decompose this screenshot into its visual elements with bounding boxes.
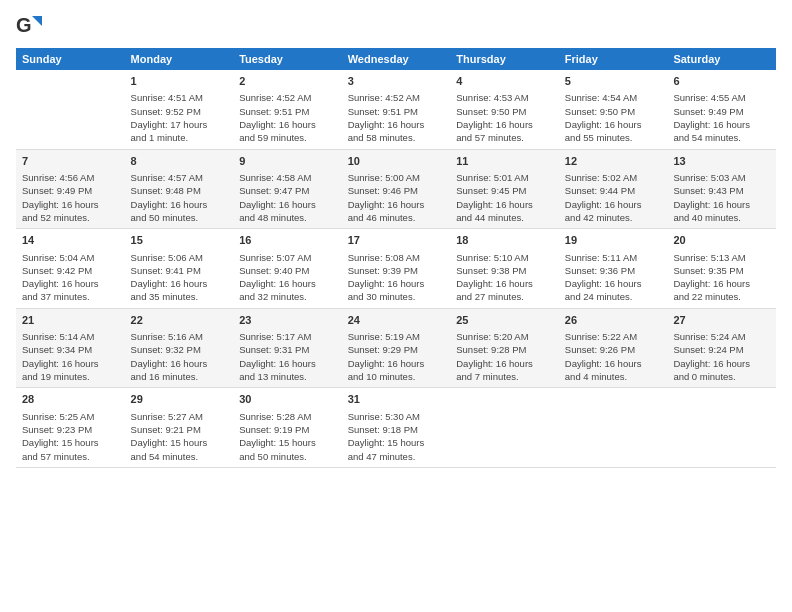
day-cell: 4Sunrise: 4:53 AM Sunset: 9:50 PM Daylig… — [450, 70, 559, 149]
day-number: 14 — [22, 233, 119, 248]
day-number: 6 — [673, 74, 770, 89]
day-info: Sunrise: 5:03 AM Sunset: 9:43 PM Dayligh… — [673, 172, 750, 223]
day-info: Sunrise: 4:54 AM Sunset: 9:50 PM Dayligh… — [565, 92, 642, 143]
day-info: Sunrise: 4:51 AM Sunset: 9:52 PM Dayligh… — [131, 92, 208, 143]
day-number: 18 — [456, 233, 553, 248]
day-number: 27 — [673, 313, 770, 328]
day-cell: 19Sunrise: 5:11 AM Sunset: 9:36 PM Dayli… — [559, 229, 668, 309]
day-info: Sunrise: 5:25 AM Sunset: 9:23 PM Dayligh… — [22, 411, 99, 462]
day-info: Sunrise: 5:24 AM Sunset: 9:24 PM Dayligh… — [673, 331, 750, 382]
day-number: 13 — [673, 154, 770, 169]
day-cell — [16, 70, 125, 149]
day-cell: 13Sunrise: 5:03 AM Sunset: 9:43 PM Dayli… — [667, 149, 776, 229]
svg-marker-1 — [32, 16, 42, 26]
col-header-saturday: Saturday — [667, 48, 776, 70]
day-info: Sunrise: 4:55 AM Sunset: 9:49 PM Dayligh… — [673, 92, 750, 143]
day-cell: 21Sunrise: 5:14 AM Sunset: 9:34 PM Dayli… — [16, 308, 125, 388]
day-cell: 25Sunrise: 5:20 AM Sunset: 9:28 PM Dayli… — [450, 308, 559, 388]
day-number: 30 — [239, 392, 336, 407]
day-number: 10 — [348, 154, 445, 169]
day-info: Sunrise: 5:11 AM Sunset: 9:36 PM Dayligh… — [565, 252, 642, 303]
col-header-monday: Monday — [125, 48, 234, 70]
day-number: 24 — [348, 313, 445, 328]
day-info: Sunrise: 5:17 AM Sunset: 9:31 PM Dayligh… — [239, 331, 316, 382]
day-cell: 5Sunrise: 4:54 AM Sunset: 9:50 PM Daylig… — [559, 70, 668, 149]
week-row-4: 21Sunrise: 5:14 AM Sunset: 9:34 PM Dayli… — [16, 308, 776, 388]
day-cell: 26Sunrise: 5:22 AM Sunset: 9:26 PM Dayli… — [559, 308, 668, 388]
day-number: 4 — [456, 74, 553, 89]
day-cell: 7Sunrise: 4:56 AM Sunset: 9:49 PM Daylig… — [16, 149, 125, 229]
day-cell: 17Sunrise: 5:08 AM Sunset: 9:39 PM Dayli… — [342, 229, 451, 309]
day-number: 25 — [456, 313, 553, 328]
day-cell: 30Sunrise: 5:28 AM Sunset: 9:19 PM Dayli… — [233, 388, 342, 468]
day-number: 16 — [239, 233, 336, 248]
col-header-wednesday: Wednesday — [342, 48, 451, 70]
day-info: Sunrise: 4:52 AM Sunset: 9:51 PM Dayligh… — [239, 92, 316, 143]
day-cell: 31Sunrise: 5:30 AM Sunset: 9:18 PM Dayli… — [342, 388, 451, 468]
day-info: Sunrise: 4:56 AM Sunset: 9:49 PM Dayligh… — [22, 172, 99, 223]
day-info: Sunrise: 5:02 AM Sunset: 9:44 PM Dayligh… — [565, 172, 642, 223]
day-number: 21 — [22, 313, 119, 328]
day-cell: 24Sunrise: 5:19 AM Sunset: 9:29 PM Dayli… — [342, 308, 451, 388]
day-info: Sunrise: 5:30 AM Sunset: 9:18 PM Dayligh… — [348, 411, 425, 462]
day-number: 11 — [456, 154, 553, 169]
calendar-header-row: SundayMondayTuesdayWednesdayThursdayFrid… — [16, 48, 776, 70]
day-cell: 6Sunrise: 4:55 AM Sunset: 9:49 PM Daylig… — [667, 70, 776, 149]
day-cell: 18Sunrise: 5:10 AM Sunset: 9:38 PM Dayli… — [450, 229, 559, 309]
day-number: 17 — [348, 233, 445, 248]
day-cell — [667, 388, 776, 468]
day-number: 29 — [131, 392, 228, 407]
day-info: Sunrise: 4:57 AM Sunset: 9:48 PM Dayligh… — [131, 172, 208, 223]
day-cell: 10Sunrise: 5:00 AM Sunset: 9:46 PM Dayli… — [342, 149, 451, 229]
day-number: 5 — [565, 74, 662, 89]
day-cell: 11Sunrise: 5:01 AM Sunset: 9:45 PM Dayli… — [450, 149, 559, 229]
day-cell — [559, 388, 668, 468]
day-cell: 12Sunrise: 5:02 AM Sunset: 9:44 PM Dayli… — [559, 149, 668, 229]
day-cell: 9Sunrise: 4:58 AM Sunset: 9:47 PM Daylig… — [233, 149, 342, 229]
day-info: Sunrise: 5:27 AM Sunset: 9:21 PM Dayligh… — [131, 411, 208, 462]
day-number: 22 — [131, 313, 228, 328]
day-number: 1 — [131, 74, 228, 89]
day-info: Sunrise: 5:10 AM Sunset: 9:38 PM Dayligh… — [456, 252, 533, 303]
day-number: 2 — [239, 74, 336, 89]
day-info: Sunrise: 5:20 AM Sunset: 9:28 PM Dayligh… — [456, 331, 533, 382]
week-row-1: 1Sunrise: 4:51 AM Sunset: 9:52 PM Daylig… — [16, 70, 776, 149]
day-number: 8 — [131, 154, 228, 169]
logo-icon: G — [16, 12, 44, 40]
week-row-5: 28Sunrise: 5:25 AM Sunset: 9:23 PM Dayli… — [16, 388, 776, 468]
day-cell: 15Sunrise: 5:06 AM Sunset: 9:41 PM Dayli… — [125, 229, 234, 309]
day-number: 7 — [22, 154, 119, 169]
day-info: Sunrise: 5:04 AM Sunset: 9:42 PM Dayligh… — [22, 252, 99, 303]
day-info: Sunrise: 5:19 AM Sunset: 9:29 PM Dayligh… — [348, 331, 425, 382]
day-info: Sunrise: 5:06 AM Sunset: 9:41 PM Dayligh… — [131, 252, 208, 303]
day-cell: 22Sunrise: 5:16 AM Sunset: 9:32 PM Dayli… — [125, 308, 234, 388]
day-info: Sunrise: 5:08 AM Sunset: 9:39 PM Dayligh… — [348, 252, 425, 303]
col-header-sunday: Sunday — [16, 48, 125, 70]
day-info: Sunrise: 5:22 AM Sunset: 9:26 PM Dayligh… — [565, 331, 642, 382]
day-cell: 3Sunrise: 4:52 AM Sunset: 9:51 PM Daylig… — [342, 70, 451, 149]
header: G — [16, 12, 776, 40]
day-number: 26 — [565, 313, 662, 328]
day-info: Sunrise: 5:28 AM Sunset: 9:19 PM Dayligh… — [239, 411, 316, 462]
day-cell: 2Sunrise: 4:52 AM Sunset: 9:51 PM Daylig… — [233, 70, 342, 149]
day-info: Sunrise: 4:53 AM Sunset: 9:50 PM Dayligh… — [456, 92, 533, 143]
day-info: Sunrise: 5:16 AM Sunset: 9:32 PM Dayligh… — [131, 331, 208, 382]
day-number: 23 — [239, 313, 336, 328]
day-info: Sunrise: 5:00 AM Sunset: 9:46 PM Dayligh… — [348, 172, 425, 223]
day-number: 9 — [239, 154, 336, 169]
day-info: Sunrise: 5:01 AM Sunset: 9:45 PM Dayligh… — [456, 172, 533, 223]
day-cell: 16Sunrise: 5:07 AM Sunset: 9:40 PM Dayli… — [233, 229, 342, 309]
col-header-thursday: Thursday — [450, 48, 559, 70]
day-cell: 27Sunrise: 5:24 AM Sunset: 9:24 PM Dayli… — [667, 308, 776, 388]
day-cell: 20Sunrise: 5:13 AM Sunset: 9:35 PM Dayli… — [667, 229, 776, 309]
svg-text:G: G — [16, 14, 32, 36]
day-info: Sunrise: 5:13 AM Sunset: 9:35 PM Dayligh… — [673, 252, 750, 303]
day-info: Sunrise: 5:14 AM Sunset: 9:34 PM Dayligh… — [22, 331, 99, 382]
day-info: Sunrise: 5:07 AM Sunset: 9:40 PM Dayligh… — [239, 252, 316, 303]
day-cell: 14Sunrise: 5:04 AM Sunset: 9:42 PM Dayli… — [16, 229, 125, 309]
day-number: 28 — [22, 392, 119, 407]
col-header-tuesday: Tuesday — [233, 48, 342, 70]
day-number: 3 — [348, 74, 445, 89]
day-info: Sunrise: 4:58 AM Sunset: 9:47 PM Dayligh… — [239, 172, 316, 223]
day-cell: 29Sunrise: 5:27 AM Sunset: 9:21 PM Dayli… — [125, 388, 234, 468]
